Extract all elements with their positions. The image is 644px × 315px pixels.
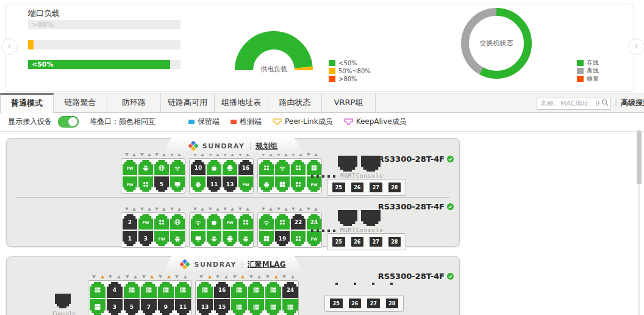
port-wifi-device[interactable]: [191, 214, 206, 230]
port-dots-device[interactable]: [291, 176, 306, 192]
port-13[interactable]: 13: [197, 299, 213, 315]
port-switch2-device[interactable]: [265, 299, 281, 315]
tab-VRRP组[interactable]: VRRP组: [322, 93, 376, 112]
port-3[interactable]: 3: [138, 231, 153, 246]
port-dots-device[interactable]: [291, 160, 306, 175]
mgmt-port[interactable]: [338, 156, 357, 172]
port-fw-device[interactable]: FW: [138, 214, 153, 230]
tab-路由状态[interactable]: 路由状态: [268, 93, 322, 112]
port-wifi-device[interactable]: [170, 160, 185, 175]
port-switch2-device[interactable]: [231, 282, 247, 298]
mgmt-port[interactable]: [338, 210, 357, 226]
port-4[interactable]: 4: [107, 282, 123, 298]
port-16[interactable]: 16: [238, 160, 253, 175]
port-5[interactable]: 5: [154, 176, 169, 192]
port-11[interactable]: 11: [207, 176, 221, 192]
port-tv-device[interactable]: [170, 176, 185, 192]
advanced-search-link[interactable]: 高级搜索: [621, 98, 644, 108]
port-1[interactable]: 1: [123, 231, 137, 246]
port-fw-device[interactable]: FW: [154, 231, 169, 246]
show-devices-toggle[interactable]: [58, 116, 79, 128]
port-24[interactable]: 24: [307, 214, 321, 230]
search-icon[interactable]: [601, 98, 609, 107]
port-13[interactable]: 13: [223, 176, 237, 192]
carousel-prev-button[interactable]: ‹: [1, 38, 18, 55]
port-globe-device[interactable]: [154, 160, 169, 175]
uplink-port-25[interactable]: 25: [332, 183, 345, 192]
group-name-link[interactable]: 规划组: [256, 141, 277, 151]
port-android-device[interactable]: [238, 231, 253, 246]
port-switch2-device[interactable]: [90, 282, 106, 298]
port-dots-device[interactable]: [259, 160, 274, 175]
port-9[interactable]: 9: [158, 299, 174, 315]
console-port[interactable]: [55, 294, 71, 308]
port-dots-device[interactable]: [275, 214, 290, 230]
port-android-device[interactable]: [191, 176, 206, 192]
port-windows-device[interactable]: [275, 176, 290, 192]
port-fw-device[interactable]: FW: [123, 176, 137, 192]
port-switch2-device[interactable]: [141, 282, 157, 298]
port-switch2-device[interactable]: [248, 282, 264, 298]
port-15[interactable]: 15: [214, 299, 230, 315]
tab-防环路[interactable]: 防环路: [107, 93, 161, 112]
port-windows-device[interactable]: [307, 160, 321, 175]
port-printer-device[interactable]: [223, 160, 237, 175]
port-wifi-device[interactable]: [275, 160, 290, 175]
port-switch2-device[interactable]: [265, 282, 281, 298]
port-dots-device[interactable]: [138, 176, 153, 192]
port-3[interactable]: 3: [107, 299, 123, 315]
port-android-device[interactable]: [259, 176, 274, 192]
console-port[interactable]: [361, 210, 381, 226]
port-19[interactable]: 19: [275, 231, 290, 246]
port-wifi-device[interactable]: [259, 214, 274, 230]
carousel-next-button[interactable]: ›: [628, 38, 644, 55]
port-5[interactable]: 5: [124, 299, 140, 315]
port-apple-device[interactable]: [207, 214, 221, 230]
port-android-device[interactable]: [207, 231, 221, 246]
search-input[interactable]: [537, 98, 611, 110]
port-switch2-device[interactable]: [197, 282, 213, 298]
port-android-device[interactable]: [138, 160, 153, 175]
port-16[interactable]: 16: [214, 282, 230, 298]
port-switch3-device[interactable]: [90, 299, 106, 315]
uplink-port-26[interactable]: 26: [351, 183, 364, 192]
port-switch2-device[interactable]: [124, 282, 140, 298]
uplink-port-27[interactable]: 27: [370, 183, 382, 192]
uplink-port-25[interactable]: 25: [330, 299, 343, 308]
tab-链路高可用[interactable]: 链路高可用: [161, 93, 215, 112]
port-dots-device[interactable]: [154, 214, 169, 230]
uplink-port-27[interactable]: 27: [367, 299, 380, 308]
port-7[interactable]: 7: [141, 299, 157, 315]
port-11[interactable]: 11: [175, 299, 191, 315]
port-dots-device[interactable]: [238, 214, 253, 230]
uplink-port-28[interactable]: 28: [388, 183, 401, 192]
port-apple-device[interactable]: [207, 160, 221, 175]
uplink-port-26[interactable]: 26: [351, 237, 364, 247]
port-printer-device[interactable]: [223, 231, 237, 246]
uplink-port-25[interactable]: 25: [332, 237, 345, 247]
tab-链路聚合[interactable]: 链路聚合: [54, 93, 107, 112]
port-2[interactable]: 2: [123, 214, 137, 230]
port-24[interactable]: 24: [282, 282, 298, 298]
port-22[interactable]: 22: [291, 214, 306, 230]
tab-组播地址表[interactable]: 组播地址表: [215, 93, 268, 112]
port-switch2-device[interactable]: [248, 299, 264, 315]
tab-普通模式[interactable]: 普通模式: [0, 93, 54, 113]
group-name-link[interactable]: 汇聚MLAG: [248, 259, 286, 270]
uplink-port-28[interactable]: 28: [388, 237, 401, 247]
port-dots-device[interactable]: [291, 231, 306, 246]
uplink-port-27[interactable]: 27: [370, 237, 382, 247]
port-fw-device[interactable]: FW: [307, 231, 321, 246]
port-fw-device[interactable]: FW: [307, 176, 321, 192]
port-fw-device[interactable]: FW: [223, 214, 237, 230]
port-10[interactable]: 10: [191, 160, 206, 175]
port-switch2-device[interactable]: [175, 282, 191, 298]
port-fw-device[interactable]: FW: [123, 160, 137, 175]
uplink-port-28[interactable]: 28: [386, 299, 399, 308]
port-windows-device[interactable]: [259, 231, 274, 246]
console-port[interactable]: [361, 156, 381, 172]
port-switch2-device[interactable]: [158, 282, 174, 298]
port-switch2-device[interactable]: [231, 299, 247, 315]
port-tv-device[interactable]: [191, 231, 206, 246]
port-globe-device[interactable]: [170, 214, 185, 230]
